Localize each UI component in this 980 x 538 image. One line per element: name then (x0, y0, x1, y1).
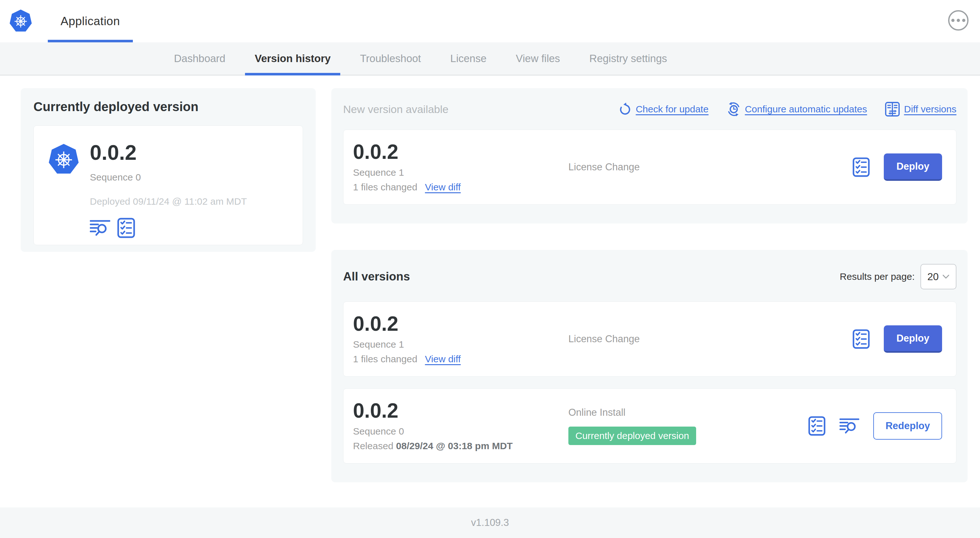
diff-versions-link[interactable]: Diff versions (885, 102, 956, 117)
released-timestamp: Released 08/29/24 @ 03:18 pm MDT (353, 441, 512, 451)
app-tab-label: Application (60, 15, 120, 28)
ellipsis-icon (951, 19, 955, 22)
version-row: 0.0.2 Sequence 1 1 files changed View di… (343, 302, 956, 376)
results-per-page-label: Results per page: (840, 271, 915, 282)
preflight-checks-icon[interactable] (117, 218, 135, 238)
top-header: Application (0, 0, 980, 42)
version-sequence: Sequence 1 (353, 339, 568, 350)
diff-icon (885, 102, 900, 117)
kubernetes-logo-icon (9, 9, 32, 34)
tab-troubleshoot[interactable]: Troubleshoot (350, 42, 430, 75)
configure-automatic-updates-link[interactable]: Configure automatic updates (726, 102, 867, 116)
files-changed-label: 1 files changed (353, 354, 417, 365)
all-versions-panel: All versions Results per page: 20 0.0.2 … (331, 250, 967, 482)
app-tab[interactable]: Application (48, 0, 133, 42)
app-icon (48, 143, 80, 177)
version-number: 0.0.2 (353, 400, 568, 421)
all-versions-title: All versions (343, 270, 410, 283)
deploy-button[interactable]: Deploy (884, 325, 942, 353)
new-version-row: 0.0.2 Sequence 1 1 files changed View di… (343, 130, 956, 205)
currently-deployed-card: 0.0.2 Sequence 0 Deployed 09/11/24 @ 11:… (33, 125, 303, 245)
new-version-heading: New version available (343, 103, 449, 116)
tab-version-history[interactable]: Version history (245, 42, 340, 75)
check-for-update-link[interactable]: Check for update (618, 102, 708, 116)
preflight-checks-icon[interactable] (808, 416, 826, 436)
page-tabs: Dashboard Version history Troubleshoot L… (0, 42, 980, 75)
currently-deployed-badge: Currently deployed version (568, 427, 696, 445)
new-version-panel: New version available Check for update C… (331, 88, 967, 224)
current-deployed-timestamp: Deployed 09/11/24 @ 11:02 am MDT (90, 196, 247, 207)
version-sequence: Sequence 1 (353, 167, 568, 178)
schedule-icon (726, 102, 741, 116)
files-changed-label: 1 files changed (353, 182, 417, 193)
view-diff-link[interactable]: View diff (425, 354, 461, 365)
tab-license[interactable]: License (441, 42, 496, 75)
tab-dashboard[interactable]: Dashboard (164, 42, 235, 75)
results-per-page-select[interactable]: 20 (920, 264, 956, 289)
preflight-checks-icon[interactable] (853, 157, 870, 177)
version-source-label: License Change (568, 161, 853, 173)
version-number: 0.0.2 (353, 314, 568, 334)
version-row: 0.0.2 Sequence 0 Released 08/29/24 @ 03:… (343, 388, 956, 463)
version-source-label: Online Install (568, 407, 808, 418)
tab-registry-settings[interactable]: Registry settings (580, 42, 677, 75)
view-logs-icon[interactable] (840, 418, 859, 434)
deploy-button[interactable]: Deploy (884, 154, 942, 181)
overflow-menu-button[interactable] (948, 10, 969, 30)
app-screen: Application Dashboard Version history Tr… (0, 0, 980, 538)
chevron-down-icon (942, 275, 950, 279)
refresh-icon (618, 102, 632, 116)
console-version-label: v1.109.3 (471, 517, 509, 528)
current-version-number: 0.0.2 (90, 142, 247, 163)
active-tab-underline (245, 73, 340, 75)
version-source-label: License Change (568, 333, 853, 345)
version-sequence: Sequence 0 (353, 426, 568, 437)
view-logs-icon[interactable] (90, 220, 110, 236)
currently-deployed-title: Currently deployed version (33, 100, 303, 114)
main-content: Currently deployed version 0.0.2 Sequenc… (0, 75, 980, 482)
currently-deployed-panel: Currently deployed version 0.0.2 Sequenc… (21, 88, 316, 252)
current-sequence: Sequence 0 (90, 172, 247, 183)
footer: v1.109.3 (0, 508, 980, 538)
version-number: 0.0.2 (353, 142, 568, 162)
redeploy-button[interactable]: Redeploy (873, 412, 942, 440)
tab-view-files[interactable]: View files (506, 42, 570, 75)
preflight-checks-icon[interactable] (853, 329, 870, 349)
app-tab-active-underline (48, 40, 133, 42)
view-diff-link[interactable]: View diff (425, 182, 461, 193)
